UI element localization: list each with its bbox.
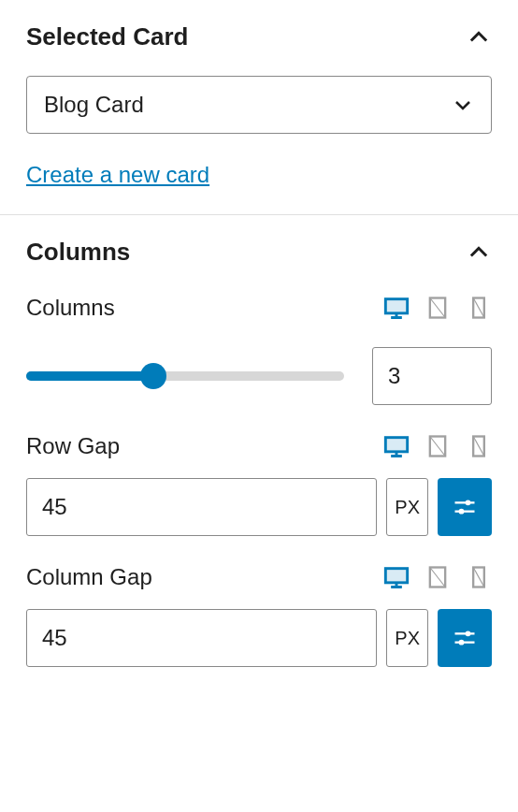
field-label-columns: Columns: [26, 295, 115, 321]
field-column-gap: Column Gap PX: [26, 564, 492, 667]
unit-label: PX: [395, 497, 420, 518]
create-card-link-row: Create a new card: [26, 162, 492, 188]
slider-fill: [26, 371, 153, 381]
card-select-value: Blog Card: [44, 92, 144, 118]
mobile-icon[interactable]: [466, 433, 492, 459]
svg-rect-3: [385, 438, 407, 452]
chevron-up-icon: [466, 239, 492, 266]
column-gap-settings-button[interactable]: [438, 609, 492, 667]
tablet-icon[interactable]: [424, 295, 451, 321]
svg-point-7: [466, 500, 471, 505]
row-gap-input[interactable]: [26, 478, 377, 536]
device-toggle: [383, 433, 492, 459]
field-label-column-gap: Column Gap: [26, 564, 152, 590]
panel-header-columns[interactable]: Columns: [26, 238, 492, 267]
field-columns: Columns: [26, 295, 492, 405]
panel-selected-card: Selected Card Blog Card Create a new car…: [0, 0, 518, 214]
device-toggle: [383, 564, 492, 590]
chevron-down-icon: [452, 94, 474, 116]
tablet-icon[interactable]: [424, 564, 451, 590]
field-label-row-gap: Row Gap: [26, 433, 120, 459]
field-row-gap: Row Gap PX: [26, 433, 492, 536]
columns-slider[interactable]: [26, 371, 344, 381]
mobile-icon[interactable]: [466, 564, 492, 590]
svg-point-16: [459, 640, 465, 645]
svg-point-14: [466, 631, 471, 636]
svg-rect-0: [385, 299, 407, 313]
svg-point-9: [459, 509, 465, 515]
slider-thumb[interactable]: [140, 363, 166, 389]
device-toggle: [383, 295, 492, 321]
row-gap-input-row: PX: [26, 478, 492, 536]
tablet-icon[interactable]: [424, 433, 451, 459]
columns-number-input[interactable]: [372, 347, 492, 405]
row-gap-unit-select[interactable]: PX: [386, 478, 428, 536]
chevron-up-icon: [466, 24, 492, 51]
column-gap-input-row: PX: [26, 609, 492, 667]
panel-title: Columns: [26, 238, 130, 267]
column-gap-input[interactable]: [26, 609, 377, 667]
column-gap-unit-select[interactable]: PX: [386, 609, 428, 667]
svg-rect-10: [385, 569, 407, 583]
field-head: Row Gap: [26, 433, 492, 459]
field-head: Columns: [26, 295, 492, 321]
desktop-icon[interactable]: [383, 433, 410, 459]
create-card-link[interactable]: Create a new card: [26, 162, 209, 187]
panel-columns: Columns Columns: [0, 214, 518, 693]
row-gap-settings-button[interactable]: [438, 478, 492, 536]
field-head: Column Gap: [26, 564, 492, 590]
columns-slider-row: [26, 347, 492, 405]
desktop-icon[interactable]: [383, 564, 410, 590]
card-select[interactable]: Blog Card: [26, 76, 492, 134]
mobile-icon[interactable]: [466, 295, 492, 321]
panel-header-selected-card[interactable]: Selected Card: [26, 22, 492, 51]
card-select-wrap: Blog Card: [26, 76, 492, 134]
panel-title: Selected Card: [26, 22, 188, 51]
unit-label: PX: [395, 628, 420, 649]
desktop-icon[interactable]: [383, 295, 410, 321]
